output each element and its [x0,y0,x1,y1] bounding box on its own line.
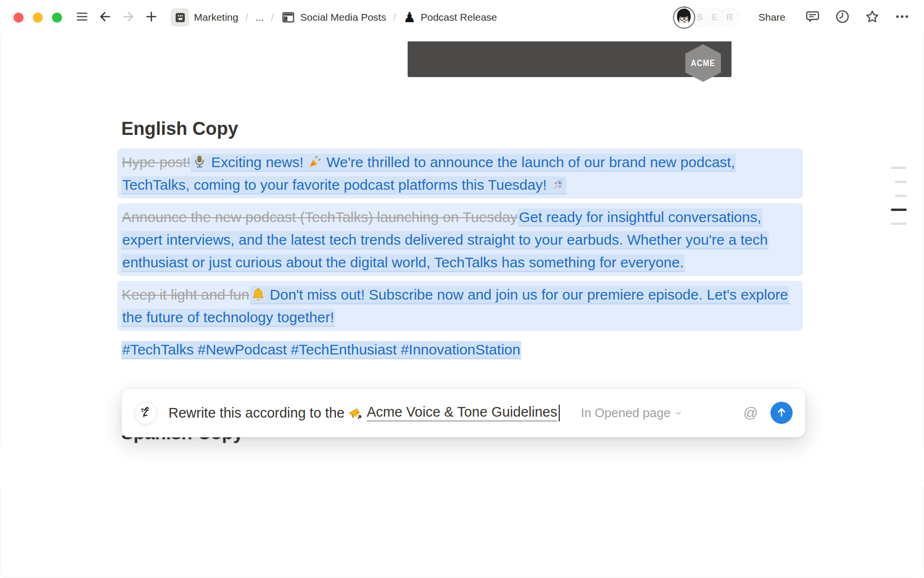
mention-at-button[interactable]: @ [744,406,758,420]
breadcrumb-item-marketing[interactable]: Marketing [169,7,240,28]
comment-bubble-icon [805,9,820,26]
suggested-edit-paragraph[interactable]: Keep it light and fun Don't miss out! Su… [117,281,803,331]
bell-emoji [251,287,266,302]
notion-ai-icon [134,402,157,424]
comments-button[interactable] [803,8,822,27]
ai-prompt-text: Rewrite this according to the [168,405,345,421]
toc-line-active[interactable] [891,209,907,211]
content-fade-overlay [0,443,924,486]
hamburger-icon [75,10,89,26]
history-button[interactable] [833,8,852,27]
scope-dropdown[interactable]: In Opened page [581,406,683,420]
favorite-button[interactable] [862,8,882,27]
ellipsis-icon [895,9,910,26]
hashtags-paragraph[interactable]: #TechTalks #NewPodcast #TechEnthusiast #… [117,336,803,363]
share-button[interactable]: Share [755,10,789,25]
breadcrumb-separator: / [245,12,248,23]
arrow-right-icon [121,10,135,26]
star-icon [865,9,880,26]
text-cursor [559,405,560,421]
plus-icon [144,10,158,26]
arrow-left-icon [98,10,112,26]
acme-logo: ACME [685,44,721,82]
party-popper-emoji [308,155,322,170]
toolbar: Marketing/.../Social Media Posts/♟Podcas… [0,0,924,35]
megaphone-link-icon [347,405,363,420]
suggested-edit-paragraph[interactable]: Hype post! Exciting news! We're thrilled… [117,148,803,198]
send-prompt-button[interactable] [770,402,793,424]
minimize-window-button[interactable] [33,13,43,23]
new-tab-button[interactable] [143,9,159,26]
zoom-window-button[interactable] [52,13,62,23]
chevron-down-icon [674,406,682,420]
chess-pawn-icon: ♟ [403,11,416,25]
breadcrumb-item-social-media-posts[interactable]: Social Media Posts [279,9,388,26]
back-button[interactable] [97,9,113,26]
deleted-text-run: Announce the new podcast (TechTalks) lau… [121,209,518,225]
presence-avatars: S E R [673,6,740,29]
teamspace-board-icon [171,8,189,26]
app-window: Marketing/.../Social Media Posts/♟Podcas… [0,0,924,578]
breadcrumb-label: Marketing [194,12,238,23]
breadcrumb-separator: / [271,12,274,23]
toolbar-right: S E R Share [673,6,911,29]
acme-logo-text: ACME [691,58,716,68]
breadcrumb-label: Social Media Posts [300,12,386,23]
window-controls [13,13,62,23]
avatar[interactable] [673,6,695,29]
arrow-up-icon [775,406,788,420]
inserted-text-run: Exciting news! We're thrilled to announc… [121,154,736,195]
deleted-text-run: Keep it light and fun [121,287,250,302]
sidebar-toggle-button[interactable] [74,9,90,26]
deleted-text-run: Hype post! [121,154,191,170]
breadcrumb-label: ... [256,12,264,23]
toc-line[interactable] [895,181,907,183]
rocket-emoji [551,177,565,192]
close-window-button[interactable] [13,13,24,23]
page-mention[interactable]: Acme Voice & Tone Guidelines [367,404,557,421]
more-options-button[interactable] [892,8,911,27]
breadcrumb: Marketing/.../Social Media Posts/♟Podcas… [169,7,499,28]
table-of-contents-indicator [891,167,907,225]
ai-prompt-actions: @ [744,402,793,424]
suggested-edit-paragraph[interactable]: Announce the new podcast (TechTalks) lau… [117,203,803,276]
breadcrumb-separator: / [393,12,396,23]
studio-microphone-emoji [192,155,207,170]
cover-image: ACME [408,41,732,77]
clock-icon [835,9,850,26]
breadcrumb-label: Podcast Release [421,12,497,23]
kanban-board-icon [281,10,295,25]
breadcrumb-item-[interactable]: ... [254,10,266,25]
toc-line[interactable] [891,223,907,225]
breadcrumb-item-podcast-release[interactable]: ♟Podcast Release [401,9,499,26]
ai-prompt-bar: Rewrite this according to the Acme Voice… [121,388,806,437]
document-body: Hype post! Exciting news! We're thrilled… [117,148,803,363]
page-heading[interactable]: English Copy [121,117,238,140]
scope-label: In Opened page [581,406,671,420]
ai-prompt-input[interactable]: Rewrite this according to the Acme Voice… [168,404,560,421]
inserted-text-run: #TechTalks #NewPodcast #TechEnthusiast #… [121,341,521,359]
forward-button[interactable] [120,9,136,26]
toc-line[interactable] [891,167,907,169]
toc-line[interactable] [895,195,907,197]
